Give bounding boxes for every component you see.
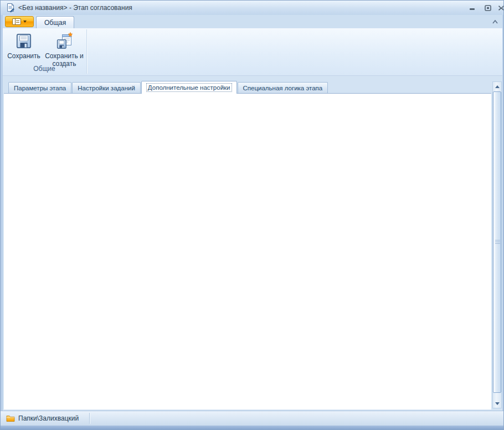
page-tab-strip: Параметры этапа Настройки заданий Дополн… (8, 81, 328, 94)
ribbon: Сохранить Сохранить и созда (3, 28, 502, 76)
arrow-up-icon (495, 83, 500, 88)
vertical-scrollbar[interactable] (492, 81, 502, 408)
tab-task-settings[interactable]: Настройки заданий (72, 82, 141, 94)
minimize-button[interactable] (466, 3, 479, 12)
scrollbar-thumb[interactable] (493, 91, 501, 393)
status-bar: Папки\Залихвацкий (1, 411, 504, 426)
tab-additional-settings[interactable]: Дополнительные настройки (141, 81, 237, 94)
tab-label: Параметры этапа (14, 85, 66, 91)
scroll-up-button[interactable] (493, 82, 501, 91)
app-menu-button[interactable] (5, 16, 34, 27)
status-divider (89, 413, 90, 424)
close-icon (498, 5, 504, 11)
tab-stage-parameters[interactable]: Параметры этапа (8, 82, 71, 94)
app-window: <Без названия> - Этап согласования Общая (0, 0, 504, 430)
tab-label: Специальная логика этапа (243, 85, 323, 91)
close-button[interactable] (495, 3, 504, 12)
ribbon-group-divider (86, 29, 87, 74)
tab-label: Настройки заданий (78, 85, 135, 91)
chevron-up-icon (492, 19, 498, 24)
maximize-button[interactable] (482, 3, 494, 12)
folder-icon (6, 414, 15, 422)
scrollbar-grip-icon (495, 240, 500, 244)
arrow-down-icon (495, 402, 500, 407)
maximize-icon (485, 5, 491, 11)
ribbon-tab-common[interactable]: Общая (36, 16, 74, 29)
tab-special-stage-logic[interactable]: Специальная логика этапа (238, 82, 328, 94)
titlebar: <Без названия> - Этап согласования (1, 1, 504, 15)
ribbon-collapse-button[interactable] (490, 17, 500, 26)
status-path: Папки\Залихвацкий (18, 414, 79, 422)
ribbon-group-label: Общие (3, 65, 86, 73)
app-menu-icon (12, 18, 21, 25)
window-title: <Без названия> - Этап согласования (18, 4, 132, 12)
document-icon (6, 3, 15, 12)
tab-page (4, 93, 491, 409)
scroll-down-button[interactable] (493, 399, 501, 408)
ribbon-tab-row (3, 15, 502, 28)
save-button-label: Сохранить (7, 52, 40, 60)
minimize-icon (469, 5, 476, 11)
chevron-down-icon (23, 21, 27, 24)
save-icon (15, 32, 33, 50)
tab-label: Дополнительные настройки (147, 84, 232, 91)
window-bottom-border (1, 426, 504, 430)
save-and-create-icon (55, 32, 73, 50)
